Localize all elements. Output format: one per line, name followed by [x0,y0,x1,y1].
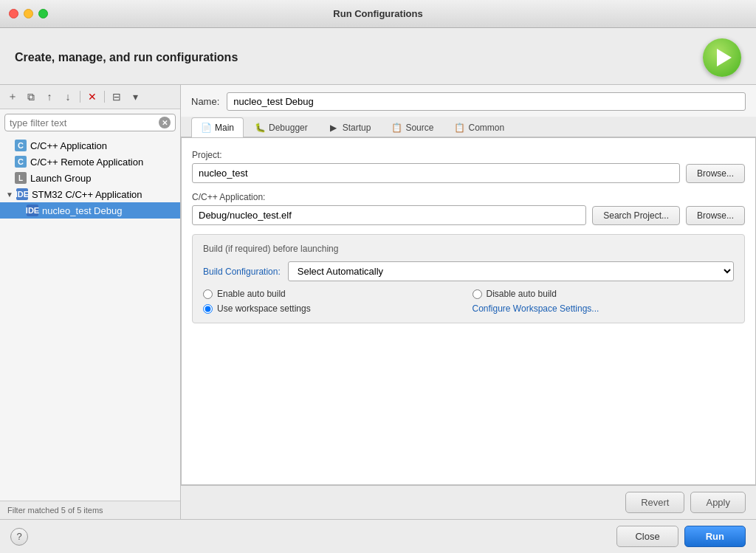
new-launch-config-button[interactable]: ＋ [4,89,21,105]
configure-workspace-link[interactable]: Configure Workspace Settings... [472,303,735,314]
filter-status: Filter matched 5 of 5 items [7,506,103,515]
project-label: Project: [192,150,745,160]
run-button[interactable]: Run [684,526,746,547]
project-row: Project: Browse... [192,150,745,183]
tab-main[interactable]: 📄 Main [191,117,244,137]
cpp-app-row: C/C++ Application: Search Project... Bro… [192,192,745,225]
body-split: ＋ ⧉ ↑ ↓ ✕ ⊟ ▾ ✕ C C/C++ Application [0,84,756,519]
cpp-app-input-row: Search Project... Browse... [192,205,745,225]
cpp-app-icon: C [15,140,27,151]
close-button[interactable]: Close [616,526,678,547]
radio-workspace[interactable] [203,304,213,314]
toolbar-separator-2 [104,91,105,103]
tree-item-label: Launch Group [30,173,91,184]
nucleo-debug-icon: IDE [27,205,38,216]
radio-disable-auto[interactable] [472,289,482,299]
stm32-icon: IDE [16,188,28,200]
expand-arrow-icon: ▼ [6,190,13,199]
tab-debugger-label: Debugger [269,123,308,133]
minimize-window-button[interactable] [24,9,33,18]
import-config-button[interactable]: ↓ [60,89,76,105]
radio-disable-auto-label[interactable]: Disable auto build [472,289,735,299]
name-input[interactable] [227,92,746,111]
cpp-remote-icon: C [15,156,27,168]
left-panel: ＋ ⧉ ↑ ↓ ✕ ⊟ ▾ ✕ C C/C++ Application [0,85,181,519]
run-icon [703,38,741,77]
config-tree: C C/C++ Application C C/C++ Remote Appli… [0,136,180,501]
build-config-select[interactable]: Select Automatically Debug Release [288,261,734,281]
tree-item-nucleo-debug[interactable]: IDE nucleo_test Debug [0,202,180,219]
title-bar: Run Configurations [0,0,756,28]
maximize-window-button[interactable] [38,9,48,18]
toolbar-separator [80,91,80,103]
tree-item-cpp-remote[interactable]: C C/C++ Remote Application [0,154,180,170]
search-box: ✕ [4,114,176,131]
tab-common[interactable]: 📋 Common [444,117,514,137]
help-button[interactable]: ? [10,528,28,546]
radio-group: Enable auto build Disable auto build Use… [203,289,734,314]
tab-debugger[interactable]: 🐛 Debugger [245,117,317,137]
delete-config-button[interactable]: ✕ [84,89,100,105]
revert-button[interactable]: Revert [625,492,684,513]
tabs-bar: 📄 Main 🐛 Debugger ▶ Startup 📋 Source 📋 [181,117,756,137]
build-config-row: Build Configuration: Select Automaticall… [203,261,734,281]
filter-config-button[interactable]: ▾ [127,89,143,105]
radio-workspace-text: Use workspace settings [217,303,311,314]
bottom-bar: Revert Apply [181,485,756,519]
tree-item-label: nucleo_test Debug [42,205,122,216]
header: Create, manage, and run configurations [0,28,756,84]
search-clear-button[interactable]: ✕ [159,117,171,128]
project-input-row: Browse... [192,163,745,183]
tab-common-label: Common [468,123,504,133]
right-panel: Name: 📄 Main 🐛 Debugger ▶ Startup [181,85,756,519]
radio-enable-auto[interactable] [203,289,213,299]
startup-tab-icon: ▶ [329,123,339,133]
search-input[interactable] [10,117,159,128]
radio-enable-auto-text: Enable auto build [217,289,286,299]
main-content: Create, manage, and run configurations ＋… [0,28,756,553]
tree-item-launch-group[interactable]: L Launch Group [0,170,180,186]
export-config-button[interactable]: ↑ [41,89,58,105]
debugger-tab-icon: 🐛 [255,123,265,133]
tab-source-label: Source [405,123,433,133]
tree-item-label: C/C++ Application [30,140,107,151]
tree-item-label: C/C++ Remote Application [30,157,143,168]
source-tab-icon: 📋 [391,123,402,133]
build-section: Build (if required) before launching Bui… [192,234,745,323]
common-tab-icon: 📋 [454,123,464,133]
duplicate-config-button[interactable]: ⧉ [23,89,39,105]
page-subtitle: Create, manage, and run configurations [15,51,238,64]
tree-item-cpp-app[interactable]: C C/C++ Application [0,137,180,154]
cpp-app-input[interactable] [192,205,586,225]
main-tab-icon: 📄 [201,123,211,133]
radio-workspace-label[interactable]: Use workspace settings [203,303,465,314]
tree-item-stm32-group[interactable]: ▼ IDE STM32 C/C++ Application [0,186,180,202]
project-input[interactable] [192,163,680,183]
radio-disable-auto-text: Disable auto build [487,289,557,299]
name-label: Name: [191,96,219,107]
name-row: Name: [181,85,756,117]
close-window-button[interactable] [9,9,18,18]
apply-button[interactable]: Apply [690,492,746,513]
tab-main-label: Main [215,123,234,133]
left-footer: Filter matched 5 of 5 items [0,501,180,519]
window-controls[interactable] [9,9,48,18]
build-section-title: Build (if required) before launching [203,244,734,254]
tree-item-label: STM32 C/C++ Application [32,189,142,200]
footer-bar: ? Close Run [0,519,756,553]
cpp-app-browse-button[interactable]: Browse... [686,206,745,225]
tab-startup-label: Startup [343,123,371,133]
search-project-button[interactable]: Search Project... [592,206,680,225]
project-browse-button[interactable]: Browse... [686,164,745,183]
launch-group-icon: L [15,172,27,184]
collapse-all-button[interactable]: ⊟ [109,89,125,105]
footer-right-buttons: Close Run [616,526,746,547]
left-toolbar: ＋ ⧉ ↑ ↓ ✕ ⊟ ▾ [0,85,180,109]
tab-content-main: Project: Browse... C/C++ Application: Se… [181,137,756,485]
build-config-link[interactable]: Build Configuration: [203,267,281,277]
radio-enable-auto-label[interactable]: Enable auto build [203,289,465,299]
window-title: Run Configurations [333,8,422,19]
cpp-app-label: C/C++ Application: [192,192,745,202]
tab-source[interactable]: 📋 Source [382,117,443,137]
tab-startup[interactable]: ▶ Startup [319,117,381,137]
